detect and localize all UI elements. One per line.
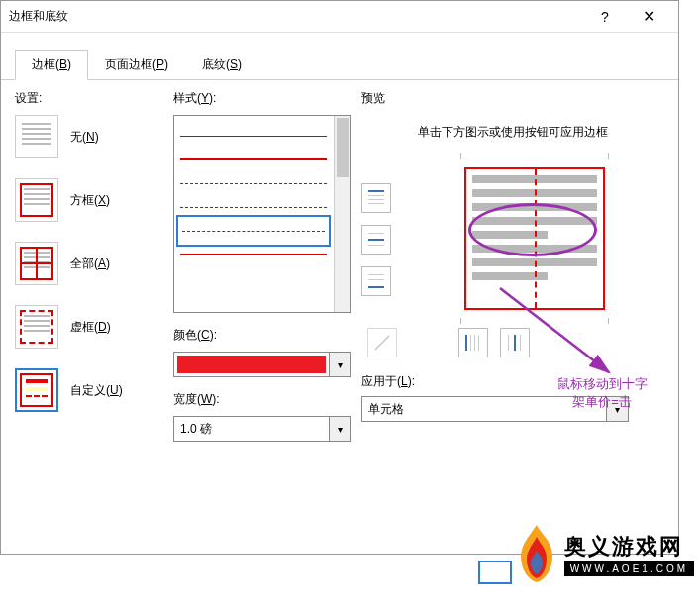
setting-custom-icon bbox=[15, 368, 58, 412]
svg-rect-4 bbox=[368, 233, 384, 234]
setting-none-icon bbox=[15, 115, 58, 158]
chevron-down-icon: ▾ bbox=[329, 353, 350, 376]
setting-custom[interactable]: 自定义(U) bbox=[15, 368, 163, 412]
titlebar: 边框和底纹 ? ✕ bbox=[1, 1, 678, 33]
style-scrollbar[interactable] bbox=[334, 116, 350, 312]
svg-rect-11 bbox=[465, 335, 467, 351]
color-combo[interactable]: ▾ bbox=[173, 352, 351, 377]
border-bottom-button[interactable] bbox=[361, 266, 391, 296]
tab-shading[interactable]: 底纹(S) bbox=[185, 50, 258, 80]
svg-rect-1 bbox=[368, 195, 384, 196]
preview-area bbox=[361, 159, 664, 367]
watermark: 奥义游戏网 WWW.AOE1.COM bbox=[513, 523, 694, 584]
style-header: 样式(Y): bbox=[173, 90, 351, 107]
help-button[interactable]: ? bbox=[583, 2, 627, 32]
color-header: 颜色(C): bbox=[173, 327, 351, 344]
borders-shading-dialog: 边框和底纹 ? ✕ 边框(B) 页面边框(P) 底纹(S) 设置: 无(N) 方… bbox=[0, 0, 679, 555]
border-left-button[interactable] bbox=[458, 328, 488, 357]
width-header: 宽度(W): bbox=[173, 391, 351, 408]
preview-canvas[interactable] bbox=[450, 159, 619, 318]
dialog-title: 边框和底纹 bbox=[9, 8, 583, 25]
border-vmid-button[interactable] bbox=[500, 328, 530, 357]
width-combo[interactable]: 1.0 磅 ▾ bbox=[173, 416, 351, 442]
width-value: 1.0 磅 bbox=[174, 417, 329, 441]
apply-to-header: 应用于(L): bbox=[361, 373, 664, 390]
preview-hint: 单击下方图示或使用按钮可应用边框 bbox=[381, 123, 645, 142]
chevron-down-icon: ▾ bbox=[606, 397, 628, 421]
svg-rect-6 bbox=[368, 245, 384, 246]
apply-to-value: 单元格 bbox=[362, 397, 606, 421]
border-diag1-button[interactable] bbox=[367, 328, 397, 357]
setting-box[interactable]: 方框(X) bbox=[15, 178, 163, 222]
svg-rect-12 bbox=[470, 335, 471, 351]
tab-borders[interactable]: 边框(B) bbox=[15, 50, 88, 80]
setting-grid[interactable]: 虚框(D) bbox=[15, 305, 163, 349]
setting-box-icon bbox=[15, 178, 58, 222]
close-button[interactable]: ✕ bbox=[627, 2, 670, 32]
svg-rect-2 bbox=[368, 199, 384, 200]
svg-rect-17 bbox=[520, 335, 521, 351]
setting-all-icon bbox=[15, 242, 58, 285]
settings-header: 设置: bbox=[15, 90, 163, 107]
svg-rect-3 bbox=[368, 203, 384, 204]
apply-to-combo[interactable]: 单元格 ▾ bbox=[361, 396, 629, 422]
svg-rect-16 bbox=[514, 335, 516, 351]
chevron-down-icon: ▾ bbox=[329, 417, 350, 441]
watermark-cn: 奥义游戏网 bbox=[564, 532, 694, 561]
setting-none[interactable]: 无(N) bbox=[15, 115, 163, 158]
tab-page-borders[interactable]: 页面边框(P) bbox=[88, 50, 185, 80]
color-swatch bbox=[177, 356, 326, 373]
svg-rect-15 bbox=[508, 335, 509, 351]
preview-header: 预览 bbox=[361, 90, 664, 107]
watermark-en: WWW.AOE1.COM bbox=[564, 561, 694, 576]
style-listbox[interactable] bbox=[173, 115, 351, 313]
svg-rect-8 bbox=[368, 279, 384, 280]
tab-strip: 边框(B) 页面边框(P) 底纹(S) bbox=[1, 33, 678, 80]
svg-rect-14 bbox=[478, 335, 479, 351]
setting-all[interactable]: 全部(A) bbox=[15, 242, 163, 285]
setting-grid-icon bbox=[15, 305, 58, 349]
svg-rect-0 bbox=[368, 190, 384, 192]
svg-rect-5 bbox=[368, 239, 384, 241]
border-hmid-button[interactable] bbox=[361, 225, 391, 255]
svg-rect-9 bbox=[368, 286, 384, 288]
svg-line-10 bbox=[375, 336, 389, 350]
border-top-button[interactable] bbox=[361, 183, 391, 213]
flame-icon bbox=[513, 523, 560, 584]
svg-rect-13 bbox=[474, 335, 475, 351]
svg-rect-7 bbox=[368, 274, 384, 275]
partial-button[interactable] bbox=[478, 561, 512, 584]
